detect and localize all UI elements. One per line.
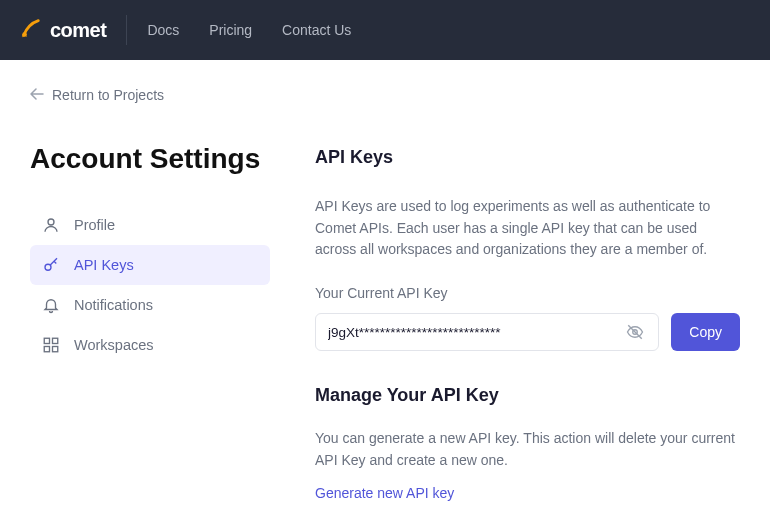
api-key-field-wrap [315, 313, 659, 351]
svg-point-1 [22, 35, 24, 37]
page-body: Return to Projects Account Settings Prof… [0, 60, 770, 525]
page-title: Account Settings [30, 143, 270, 175]
bell-icon [42, 296, 60, 314]
current-key-label: Your Current API Key [315, 285, 740, 301]
brand-name: comet [50, 19, 106, 42]
svg-rect-5 [44, 338, 49, 343]
key-icon [42, 256, 60, 274]
sidebar-item-label: Profile [74, 217, 115, 233]
grid-icon [42, 336, 60, 354]
sidebar: Account Settings Profile [30, 143, 270, 501]
return-link-label: Return to Projects [52, 87, 164, 103]
svg-rect-6 [53, 338, 58, 343]
return-to-projects-link[interactable]: Return to Projects [30, 87, 164, 103]
generate-api-key-link[interactable]: Generate new API key [315, 485, 740, 501]
nav-pricing[interactable]: Pricing [209, 22, 252, 38]
logo[interactable]: comet [20, 15, 127, 45]
svg-rect-8 [53, 347, 58, 352]
copy-button[interactable]: Copy [671, 313, 740, 351]
nav-docs[interactable]: Docs [147, 22, 179, 38]
arrow-left-icon [30, 87, 44, 103]
top-nav: Docs Pricing Contact Us [147, 22, 351, 38]
sidebar-item-label: API Keys [74, 257, 134, 273]
section-title-manage: Manage Your API Key [315, 385, 740, 406]
section-title-api-keys: API Keys [315, 147, 740, 168]
manage-description: You can generate a new API key. This act… [315, 428, 740, 471]
nav-contact[interactable]: Contact Us [282, 22, 351, 38]
svg-point-4 [45, 264, 51, 270]
sidebar-item-api-keys[interactable]: API Keys [30, 245, 270, 285]
sidebar-item-profile[interactable]: Profile [30, 205, 270, 245]
sidebar-item-workspaces[interactable]: Workspaces [30, 325, 270, 365]
topbar: comet Docs Pricing Contact Us [0, 0, 770, 60]
api-keys-description: API Keys are used to log experiments as … [315, 196, 740, 261]
sidebar-item-label: Notifications [74, 297, 153, 313]
svg-point-2 [26, 36, 27, 37]
user-icon [42, 216, 60, 234]
svg-point-3 [48, 219, 54, 225]
comet-logo-icon [20, 17, 42, 43]
eye-off-icon[interactable] [624, 321, 646, 343]
api-key-input[interactable] [328, 325, 624, 340]
sidebar-item-notifications[interactable]: Notifications [30, 285, 270, 325]
svg-rect-7 [44, 347, 49, 352]
main-content: API Keys API Keys are used to log experi… [315, 143, 740, 501]
sidebar-item-label: Workspaces [74, 337, 154, 353]
